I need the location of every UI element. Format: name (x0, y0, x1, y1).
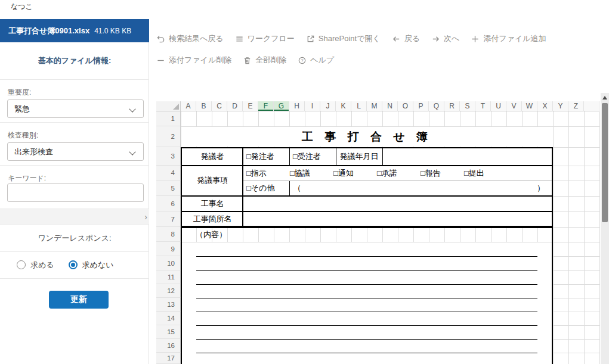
column-header-I[interactable]: I (305, 101, 320, 111)
select-all-corner-cell[interactable] (156, 101, 181, 111)
file-info-sidebar: 工事打合せ簿0901.xlsx 41.0 KB KB 基本的ファイル情報: 重要… (0, 19, 149, 364)
content-ruled-line (196, 339, 537, 340)
open-in-sharepoint-button[interactable]: SharePointで開く (306, 33, 381, 44)
paren-close: ） (537, 181, 545, 195)
column-header-Y[interactable]: Y (553, 101, 568, 111)
importance-label: 重要度: (8, 88, 31, 98)
back-button[interactable]: 戻る (392, 33, 420, 44)
inspection-type-value: 出来形検査 (14, 147, 53, 157)
content-ruled-line (196, 270, 537, 271)
column-header-J[interactable]: J (320, 101, 336, 111)
collapse-chevron-icon[interactable]: › (144, 212, 147, 222)
next-button[interactable]: 次へ (431, 33, 459, 44)
column-header-C[interactable]: C (212, 101, 227, 111)
column-header-partial[interactable] (584, 101, 599, 111)
row-header-6[interactable]: 6 (156, 196, 181, 211)
add-attachment-button[interactable]: 添付ファイル追加 (471, 33, 546, 44)
agenda-option: □通知 (333, 166, 354, 181)
column-header-Z[interactable]: Z (568, 101, 584, 111)
radio-request[interactable]: 求める (17, 260, 54, 270)
agenda-option: □報告 (421, 166, 441, 181)
column-header-M[interactable]: M (367, 101, 382, 111)
column-header-L[interactable]: L (351, 101, 367, 111)
row-header-1[interactable]: 1 (156, 111, 181, 126)
workflow-icon (235, 35, 244, 43)
app-window: なつこ 工事打合せ簿0901.xlsx 41.0 KB KB 基本的ファイル情報… (0, 0, 609, 364)
form-border (181, 211, 553, 212)
svg-text:?: ? (301, 58, 304, 63)
radio-request-label: 求める (30, 260, 54, 270)
row-header-14[interactable]: 14 (156, 312, 181, 325)
row-header-17[interactable]: 17 (156, 353, 181, 364)
chevron-down-icon (129, 105, 135, 112)
delete-all-button[interactable]: 全部削除 (243, 55, 286, 66)
column-header-P[interactable]: P (413, 101, 429, 111)
column-header-N[interactable]: N (382, 101, 398, 111)
select-all-triangle-icon (173, 104, 179, 110)
trash-icon (243, 56, 252, 65)
radio-no-request[interactable]: 求めない (69, 260, 114, 270)
row-header-2[interactable]: 2 (156, 126, 181, 147)
row-header-3[interactable]: 3 (156, 147, 181, 166)
column-header-U[interactable]: U (491, 101, 506, 111)
chevron-down-icon (129, 148, 135, 155)
delete-attachment-button[interactable]: 添付ファイル削除 (156, 55, 231, 66)
column-header-B[interactable]: B (196, 101, 212, 111)
column-header-K[interactable]: K (336, 101, 351, 111)
row-header-4[interactable]: 4 (156, 166, 181, 181)
importance-value: 緊急 (14, 104, 30, 114)
row-header-7[interactable]: 7 (156, 211, 181, 227)
divider (0, 165, 149, 166)
row-header-16[interactable]: 16 (156, 339, 181, 353)
keyword-input[interactable] (7, 183, 144, 202)
toolbar-row-1: 検索結果へ戻る ワークフロー SharePointで開く 戻る 次へ 添付ファイ… (156, 33, 546, 44)
row-header-8[interactable]: 8 (156, 227, 181, 242)
contractor-checkbox-label: □受注者 (293, 148, 321, 165)
workflow-button[interactable]: ワークフロー (235, 33, 295, 44)
column-header-F[interactable]: F (258, 101, 274, 111)
back-to-search-results-button[interactable]: 検索結果へ戻る (156, 33, 224, 44)
row-header-11[interactable]: 11 (156, 270, 181, 284)
column-header-A[interactable]: A (181, 101, 196, 111)
scrollbar-up-arrow-icon[interactable] (602, 96, 607, 99)
content-ruled-line (196, 256, 537, 257)
column-header-V[interactable]: V (506, 101, 522, 111)
column-header-E[interactable]: E (243, 101, 258, 111)
update-button[interactable]: 更新 (49, 291, 109, 309)
column-header-X[interactable]: X (537, 101, 553, 111)
column-header-Q[interactable]: Q (429, 101, 444, 111)
row-header-13[interactable]: 13 (156, 298, 181, 312)
row-header-12[interactable]: 12 (156, 284, 181, 298)
content-ruled-line (196, 284, 537, 285)
section-title: 基本的ファイル情報: (0, 42, 149, 79)
column-header-G[interactable]: G (274, 101, 289, 111)
row-header-10[interactable]: 10 (156, 256, 181, 270)
content-ruled-line (196, 298, 537, 298)
keyword-label: キーワード: (8, 173, 46, 183)
minus-icon (156, 56, 165, 65)
help-button[interactable]: ? ヘルプ (298, 55, 334, 66)
content-ruled-line (196, 312, 537, 312)
spreadsheet-preview: 工 事 打 合 せ 簿 発議者 □発注者 □受注者 発議年月日 発議事項 □指示… (156, 101, 601, 364)
importance-select[interactable]: 緊急 (7, 99, 144, 118)
help-icon: ? (298, 56, 307, 65)
column-header-S[interactable]: S (460, 101, 475, 111)
row-header-15[interactable]: 15 (156, 325, 181, 339)
construction-site-label: 工事箇所名 (182, 213, 243, 226)
row-header-5[interactable]: 5 (156, 181, 181, 196)
column-header-D[interactable]: D (227, 101, 243, 111)
column-header-W[interactable]: W (522, 101, 537, 111)
column-header-T[interactable]: T (475, 101, 491, 111)
row-header-9[interactable]: 9 (156, 242, 181, 256)
column-header-R[interactable]: R (444, 101, 460, 111)
undo-icon (156, 35, 165, 43)
agenda-option: □承諾 (377, 166, 397, 181)
file-header-bar: 工事打合せ簿0901.xlsx 41.0 KB KB (0, 19, 149, 42)
content-ruled-line (196, 325, 537, 326)
column-header-O[interactable]: O (398, 101, 413, 111)
radio-circle-icon (17, 260, 26, 269)
inspection-type-select[interactable]: 出来形検査 (7, 142, 144, 161)
column-header-H[interactable]: H (289, 101, 305, 111)
file-size: 41.0 KB KB (94, 27, 131, 35)
vertical-scrollbar-thumb[interactable] (602, 103, 608, 222)
